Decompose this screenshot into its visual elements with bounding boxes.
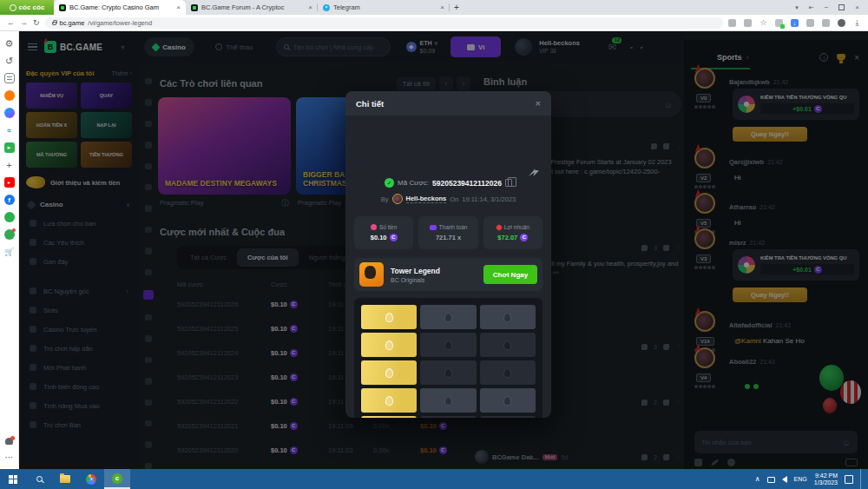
sidebar-casino-toggle[interactable]: Casino ∨ <box>28 201 130 208</box>
start-button[interactable] <box>0 469 26 489</box>
like-icon[interactable] <box>651 143 657 149</box>
category-icon[interactable] <box>145 184 152 190</box>
back-button[interactable]: ← <box>7 18 15 27</box>
profile-avatar-icon[interactable] <box>838 19 845 27</box>
language-indicator[interactable]: ENG <box>794 476 807 482</box>
close-button[interactable]: × <box>855 3 859 11</box>
copy-icon[interactable] <box>505 179 512 187</box>
tower-tile[interactable] <box>420 416 476 418</box>
maximize-button[interactable] <box>838 4 845 10</box>
share-icon[interactable] <box>744 19 752 27</box>
new-tab-button[interactable]: + <box>450 0 464 15</box>
lucky-icon[interactable] <box>4 229 15 240</box>
more-icon[interactable] <box>4 452 15 462</box>
sidebar-item[interactable]: Trò chơi hấp dẫn <box>26 339 132 358</box>
chat-avatar[interactable] <box>694 311 715 332</box>
chat-info-icon[interactable]: i <box>819 53 828 62</box>
taskbar-search-icon[interactable] <box>26 469 52 489</box>
wave-icon[interactable] <box>4 125 15 135</box>
chat-avatar[interactable] <box>694 228 715 249</box>
tower-tile[interactable] <box>480 333 536 357</box>
minimize-button[interactable]: − <box>825 3 829 11</box>
chat-username[interactable]: misrz21:42 <box>729 239 765 247</box>
spin-now-button[interactable]: Quay Ngay!! <box>733 287 807 302</box>
category-icon[interactable] <box>145 121 152 127</box>
category-icon[interactable] <box>145 400 152 406</box>
chat-avatar[interactable] <box>694 148 715 169</box>
category-icon[interactable] <box>145 335 152 341</box>
modal-close-icon[interactable]: × <box>536 98 541 109</box>
like-icon[interactable] <box>641 245 648 251</box>
downloads-tray-icon[interactable]: ⤓ <box>853 19 861 27</box>
pin-icon[interactable] <box>121 43 127 50</box>
player-name[interactable]: Hell-beckons <box>406 195 447 203</box>
all-games-button[interactable]: Tất cả 99 <box>397 77 436 90</box>
network-icon[interactable] <box>767 477 775 483</box>
category-icon[interactable] <box>145 420 152 426</box>
wallet-button[interactable]: Ví <box>450 36 501 57</box>
chat-close-icon[interactable]: × <box>854 53 859 63</box>
history-icon[interactable] <box>4 56 15 66</box>
more-dots-icon[interactable]: ⋮ <box>675 399 681 406</box>
category-icon[interactable] <box>143 290 154 300</box>
sidebar-item[interactable]: Lựa chọn cho bạn <box>26 214 132 233</box>
sidebar-item[interactable]: Casino Trực tuyến <box>26 320 132 339</box>
trophy-icon[interactable] <box>837 54 845 61</box>
url-bar[interactable]: bc.game/vi/game/tower-legend <box>45 17 723 29</box>
tower-tile[interactable] <box>420 388 476 413</box>
browser-tab[interactable]: BC.Game Forum - A Cryptoc× <box>186 0 318 15</box>
dislike-icon[interactable] <box>663 143 669 149</box>
tower-tile[interactable] <box>420 333 476 357</box>
tower-tile[interactable] <box>361 333 417 357</box>
clock[interactable]: 9:42 PM 1/3/2023 <box>814 472 838 486</box>
chat-username[interactable]: Altafadofficial21:42 <box>729 321 791 329</box>
tab-close-icon[interactable]: × <box>440 4 444 11</box>
chat-input-box[interactable]: ☺ <box>694 431 858 453</box>
lucky-spin-card[interactable]: KIỂM TRA TIỀN THƯỞNG VÒNG QU+$0.01C <box>733 249 859 281</box>
tab-search-icon[interactable]: ▾ <box>795 4 799 11</box>
category-icon[interactable] <box>145 248 152 254</box>
rules-pen-icon[interactable] <box>711 459 719 466</box>
share-arrow-icon[interactable] <box>529 168 539 176</box>
hot-icon[interactable] <box>4 90 15 101</box>
like-icon[interactable] <box>641 344 648 350</box>
category-icon[interactable] <box>145 378 152 384</box>
action-center-icon[interactable] <box>845 475 853 484</box>
reader-icon[interactable] <box>4 73 15 83</box>
tray-expand-icon[interactable]: ∧ <box>755 475 760 483</box>
category-icon[interactable] <box>145 314 152 320</box>
nav-casino[interactable]: Casino <box>144 37 194 56</box>
save-page-icon[interactable] <box>728 19 736 27</box>
adblock-extension-icon[interactable] <box>775 19 783 27</box>
carousel-prev-button[interactable]: ‹ <box>439 76 453 90</box>
sidebar-item[interactable]: Các Yêu thích <box>26 233 132 252</box>
category-icon[interactable] <box>145 78 152 84</box>
category-icon[interactable] <box>145 463 152 469</box>
sidebar-item[interactable]: Mới Phát hành <box>26 358 132 377</box>
tower-tile[interactable] <box>480 360 536 385</box>
dislike-icon[interactable] <box>663 454 669 460</box>
tab-close-icon[interactable]: × <box>176 4 181 11</box>
chrome-icon[interactable] <box>78 469 104 489</box>
category-icon[interactable] <box>145 205 152 211</box>
extensions-icon[interactable] <box>806 19 814 27</box>
coin-drop-icon[interactable] <box>694 459 702 466</box>
tower-tile[interactable] <box>420 305 476 329</box>
category-icon[interactable] <box>145 142 152 148</box>
browser-tab[interactable]: BC.Game: Crypto Casino Gam× <box>54 0 186 15</box>
mail-icon[interactable]: ✉12 <box>608 43 616 51</box>
tower-tile[interactable] <box>361 388 417 413</box>
emoji-icon[interactable]: ☺ <box>664 100 673 109</box>
bet-tab[interactable]: Tất cả Cược <box>180 248 237 267</box>
like-icon[interactable] <box>641 400 648 406</box>
show-desktop-button[interactable] <box>860 469 863 489</box>
vip-card[interactable]: NHIỆM VỤ <box>26 83 77 109</box>
more-dots-icon[interactable]: ⋮ <box>675 453 681 460</box>
reload-button[interactable]: ↻ <box>33 18 40 27</box>
vip-more-link[interactable]: Thêm › <box>111 69 132 77</box>
vip-card[interactable]: HOÀN TIỀN X <box>26 112 77 138</box>
bet-tab[interactable]: Cược của tôi <box>237 248 299 267</box>
nav-sports[interactable]: Thể thao <box>207 37 262 56</box>
mention[interactable]: @Kamni <box>734 337 761 345</box>
lucky-spin-card[interactable]: KIỂM TRA TIỀN THƯỞNG VÒNG QU+$0.01C <box>733 89 859 120</box>
